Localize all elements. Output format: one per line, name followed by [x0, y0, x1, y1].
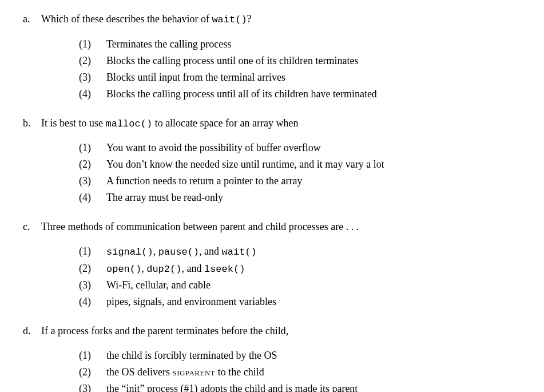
option-number: (1) [79, 244, 106, 260]
option-number: (3) [79, 381, 106, 392]
question-stem: c.Three methods of communication between… [23, 219, 521, 235]
option-text: Terminates the calling process [106, 37, 521, 52]
smallcaps-segment: sigparent [172, 366, 215, 378]
option-number: (1) [79, 348, 106, 363]
code-segment: open() [106, 264, 141, 275]
option: (2)Blocks the calling process until one … [79, 53, 521, 69]
code-segment: pause() [158, 247, 199, 258]
option: (1)Terminates the calling process [79, 37, 521, 52]
option-number: (2) [79, 53, 106, 69]
option: (3)Wi-Fi, cellular, and cable [79, 278, 521, 293]
question-text-pre: Three methods of communication between p… [41, 221, 359, 232]
option: (3)the “init” process (#1) adopts the ch… [79, 381, 521, 392]
question: b.It is best to use malloc() to allocate… [23, 116, 521, 206]
option-number: (3) [79, 173, 106, 189]
option-list: (1)signal(), pause(), and wait()(2)open(… [79, 244, 521, 310]
text-segment: to the child [215, 366, 264, 378]
option-list: (1)the child is forcibly terminated by t… [79, 348, 521, 392]
question-letter: a. [23, 11, 41, 27]
option-number: (1) [79, 140, 106, 156]
option: (4)Blocks the calling process until all … [79, 86, 521, 102]
option-number: (4) [79, 190, 106, 205]
question: d.If a process forks and the parent term… [23, 323, 521, 392]
option: (4)The array must be read-only [79, 190, 521, 205]
question-text-post: ? [247, 13, 252, 25]
option: (2)open(), dup2(), and lseek() [79, 261, 521, 277]
question-list: a.Which of these describes the behavior … [23, 11, 521, 392]
question-letter: c. [23, 219, 41, 235]
option-text: Blocks the calling process until one of … [106, 53, 521, 69]
question-text-pre: If a process forks and the parent termin… [41, 325, 288, 336]
code-segment: wait() [222, 247, 257, 258]
option-text: pipes, signals, and environment variable… [106, 294, 521, 310]
option-text: the child is forcibly terminated by the … [106, 348, 521, 363]
option-number: (3) [79, 278, 106, 293]
option-text: You want to avoid the possibility of buf… [106, 140, 521, 156]
option: (3)Blocks until input from the terminal … [79, 70, 521, 85]
option-text: open(), dup2(), and lseek() [106, 261, 521, 277]
option-list: (1)You want to avoid the possibility of … [79, 140, 521, 205]
question-text: Which of these describes the behavior of… [41, 11, 521, 27]
option-number: (1) [79, 37, 106, 52]
question-text-code: malloc() [106, 118, 153, 129]
option-text: signal(), pause(), and wait() [106, 244, 521, 260]
option-text: the OS delivers sigparent to the child [106, 365, 521, 380]
option-list: (1)Terminates the calling process(2)Bloc… [79, 37, 521, 102]
option: (1)You want to avoid the possibility of … [79, 140, 521, 156]
question-text: Three methods of communication between p… [41, 219, 521, 235]
question-text-post: to allocate space for an array when [152, 117, 298, 129]
question-stem: a.Which of these describes the behavior … [23, 11, 521, 27]
option-text: The array must be read-only [106, 190, 521, 205]
option-text: Blocks the calling process until all of … [106, 86, 521, 102]
question-text-pre: Which of these describes the behavior of [41, 13, 212, 25]
text-segment: , [141, 263, 146, 274]
question-letter: b. [23, 116, 41, 132]
option-number: (4) [79, 86, 106, 102]
code-segment: lseek() [204, 264, 245, 275]
option: (2)the OS delivers sigparent to the chil… [79, 365, 521, 380]
question: a.Which of these describes the behavior … [23, 11, 521, 102]
text-segment: , and [199, 246, 222, 257]
question-text: It is best to use malloc() to allocate s… [41, 116, 521, 132]
question-stem: b.It is best to use malloc() to allocate… [23, 116, 521, 132]
option: (1)signal(), pause(), and wait() [79, 244, 521, 260]
question: c.Three methods of communication between… [23, 219, 521, 310]
question-text: If a process forks and the parent termin… [41, 323, 521, 339]
option-number: (2) [79, 261, 106, 277]
code-segment: dup2() [146, 264, 181, 275]
option-number: (4) [79, 294, 106, 310]
option-text: You don’t know the needed size until run… [106, 157, 521, 172]
option-text: Wi-Fi, cellular, and cable [106, 278, 521, 293]
text-segment: , and [181, 263, 204, 274]
option-number: (2) [79, 365, 106, 380]
option-text: A function needs to return a pointer to … [106, 173, 521, 189]
option-number: (2) [79, 157, 106, 172]
option: (2)You don’t know the needed size until … [79, 157, 521, 172]
text-segment: , [153, 246, 158, 257]
option: (3)A function needs to return a pointer … [79, 173, 521, 189]
option-text: the “init” process (#1) adopts the child… [106, 381, 521, 392]
text-segment: the OS delivers [106, 366, 172, 378]
option: (1)the child is forcibly terminated by t… [79, 348, 521, 363]
option-text: Blocks until input from the terminal arr… [106, 70, 521, 85]
code-segment: signal() [106, 247, 153, 258]
option: (4)pipes, signals, and environment varia… [79, 294, 521, 310]
question-letter: d. [23, 323, 41, 339]
question-text-code: wait() [212, 14, 247, 25]
question-text-pre: It is best to use [41, 117, 106, 129]
question-stem: d.If a process forks and the parent term… [23, 323, 521, 339]
option-number: (3) [79, 70, 106, 85]
